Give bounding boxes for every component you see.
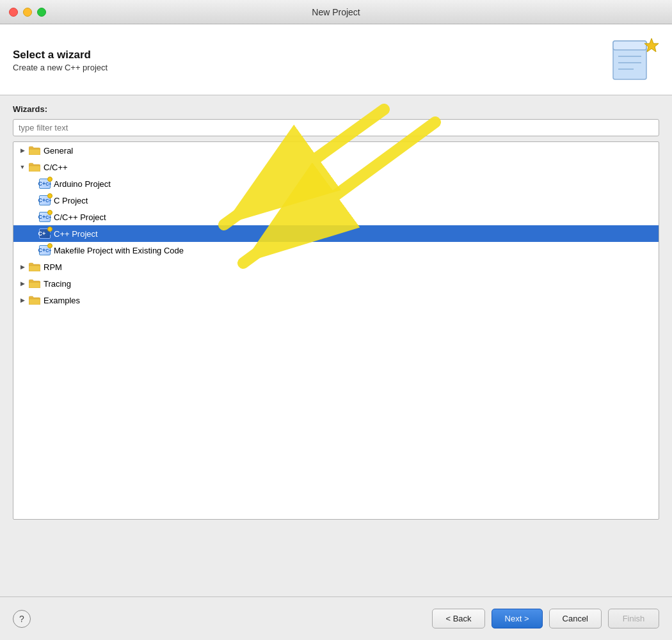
title-bar: New Project [0, 0, 672, 24]
button-bar: ? < Back Next > Cancel Finish [0, 596, 672, 640]
wizard-title: Select a wizard [13, 49, 108, 61]
folder-icon-rpm [29, 262, 40, 272]
back-button[interactable]: < Back [432, 609, 484, 628]
tree-label-cpponly: C++ Project [54, 229, 98, 239]
arrow-rpm [19, 263, 26, 271]
main-content: Select a wizard Create a new C++ project… [0, 24, 672, 596]
cpp-icon-arduino: C+ [39, 179, 51, 189]
wizard-icon-svg [608, 35, 659, 86]
cpp-badge-c-project [47, 193, 52, 198]
tree-label-c-project: C Project [54, 196, 88, 205]
tree-item-cpp-folder[interactable]: C/C++ [13, 159, 659, 175]
next-button[interactable]: Next > [492, 609, 543, 628]
svg-rect-8 [29, 266, 40, 271]
folder-icon-tracing [29, 278, 40, 289]
folder-icon-examples [29, 295, 40, 305]
cancel-button[interactable]: Cancel [549, 609, 602, 628]
tree-label-general: General [44, 146, 73, 156]
cpp-badge-arduino [47, 177, 52, 182]
tree-label-arduino: Arduino Project [54, 179, 111, 189]
tree-list[interactable]: General C/C++ [13, 141, 659, 520]
arrow-cpp [19, 163, 26, 171]
cpp-badge-cpponly [47, 227, 52, 232]
wizard-subtitle: Create a new C++ project [13, 63, 108, 72]
traffic-lights [9, 8, 46, 17]
wizards-label: Wizards: [13, 104, 659, 114]
tree-label-cpp-folder: C/C++ [44, 163, 68, 172]
svg-rect-10 [29, 299, 40, 305]
tree-label-rpm: RPM [44, 262, 62, 272]
tree-item-examples[interactable]: Examples [13, 292, 659, 308]
tree-label-cpp-project: C/C++ Project [54, 212, 106, 222]
help-button[interactable]: ? [13, 610, 31, 628]
arrow-tracing [19, 280, 26, 287]
cpp-icon-cpp-project: C+ [39, 212, 51, 222]
tree-item-c-project[interactable]: C+ C Project [13, 192, 659, 209]
svg-rect-1 [613, 41, 646, 50]
tree-container: General C/C++ [13, 141, 659, 520]
svg-rect-7 [29, 166, 40, 172]
tree-label-examples: Examples [44, 296, 80, 305]
finish-button: Finish [608, 609, 659, 628]
svg-rect-9 [29, 282, 40, 288]
cpp-icon-cpponly: C+ [39, 228, 51, 239]
cpp-badge-makefile [47, 243, 52, 248]
tree-label-tracing: Tracing [44, 279, 71, 289]
button-bar-left: ? [13, 610, 31, 628]
tree-label-makefile: Makefile Project with Existing Code [54, 246, 184, 255]
header-icon [608, 35, 659, 86]
cpp-icon-makefile: C+ [39, 245, 51, 255]
tree-item-cpponly-project[interactable]: C+ C++ Project [13, 225, 659, 242]
header-text: Select a wizard Create a new C++ project [13, 49, 108, 72]
maximize-button[interactable] [37, 8, 46, 17]
folder-icon-cpp [29, 162, 40, 172]
tree-item-makefile[interactable]: C+ Makefile Project with Existing Code [13, 242, 659, 259]
tree-item-cpp-project[interactable]: C+ C/C++ Project [13, 209, 659, 225]
arrow-general [19, 147, 26, 154]
header-section: Select a wizard Create a new C++ project [0, 24, 672, 95]
tree-item-rpm[interactable]: RPM [13, 259, 659, 275]
filter-input[interactable] [13, 119, 659, 136]
arrow-examples [19, 296, 26, 304]
window-title: New Project [312, 7, 360, 17]
tree-item-general[interactable]: General [13, 142, 659, 159]
folder-icon-general [29, 145, 40, 156]
bottom-spacer [0, 520, 672, 596]
cpp-badge-cpp-project [47, 210, 52, 215]
minimize-button[interactable] [23, 8, 32, 17]
cpp-icon-c-project: C+ [39, 195, 51, 205]
wizards-section: Wizards: General [0, 95, 672, 520]
tree-item-arduino[interactable]: C+ Arduino Project [13, 175, 659, 192]
close-button[interactable] [9, 8, 18, 17]
button-bar-right: < Back Next > Cancel Finish [432, 609, 659, 628]
tree-item-tracing[interactable]: Tracing [13, 275, 659, 292]
svg-rect-6 [29, 149, 40, 155]
